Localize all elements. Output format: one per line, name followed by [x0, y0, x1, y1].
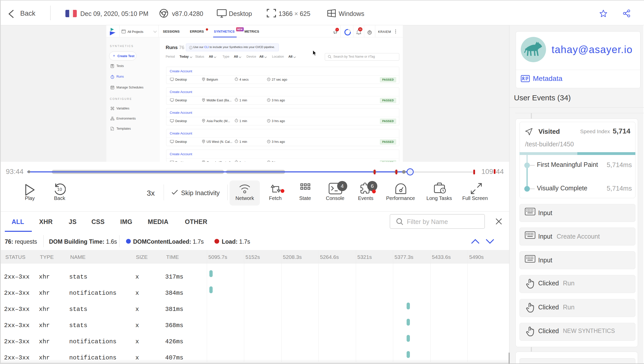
svg-text:10: 10 [57, 187, 62, 192]
